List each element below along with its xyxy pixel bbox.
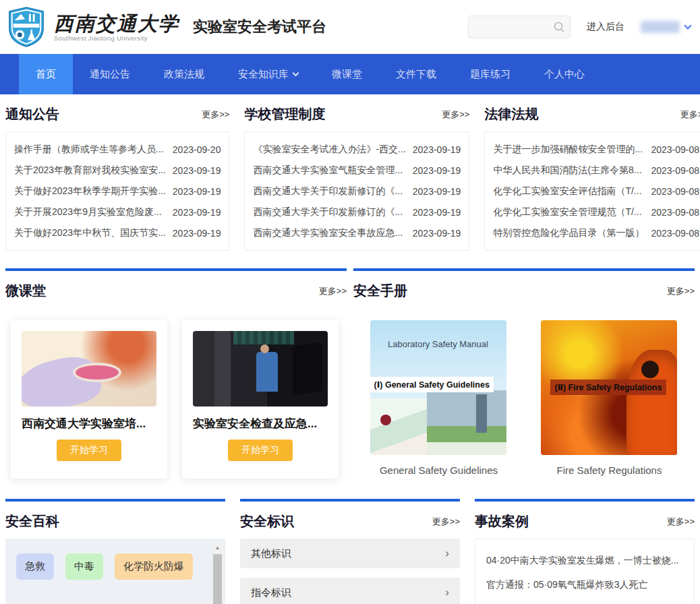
start-learning-button[interactable]: 开始学习: [57, 440, 121, 461]
notices-list: 操作手册（教师或学生等参考人员...2023-09-20 关于2023年教育部对…: [5, 131, 229, 251]
sign-category-mandatory[interactable]: 指令标识 ›: [240, 578, 460, 604]
accident-cases-more-link[interactable]: 更多>>: [667, 516, 695, 528]
notices-title: 通知公告: [5, 105, 59, 123]
list-item[interactable]: 04·20中南大学实验室发生爆燃，一博士被烧...: [486, 549, 683, 573]
notices-more-link[interactable]: 更多>>: [202, 109, 229, 121]
bottom-row: 安全百科 急救 中毒 化学防火防爆 ▲ 安全标识 更多>>: [5, 499, 695, 604]
manual-cover-general-safety: Laboratory Safety Manual (Ⅰ) General Saf…: [370, 320, 506, 455]
username-redacted: [641, 21, 680, 33]
page-title: 实验室安全考试平台: [193, 17, 326, 37]
safety-signs-more-link[interactable]: 更多>>: [432, 516, 460, 528]
list-item[interactable]: 关于2023年教育部对我校实验室安...2023-09-19: [14, 160, 221, 181]
scroll-up-arrow-icon[interactable]: ▲: [212, 542, 223, 551]
list-item[interactable]: 关于做好2023年秋季学期开学实验...2023-09-19: [14, 181, 221, 202]
vertical-scrollbar[interactable]: ▲: [212, 542, 223, 604]
notices-section: 通知公告 更多>> 操作手册（教师或学生等参考人员...2023-09-20 关…: [5, 94, 229, 251]
chevron-down-icon: [684, 22, 691, 29]
nav-item-downloads[interactable]: 文件下载: [379, 54, 453, 94]
nav-item-notices[interactable]: 通知公告: [73, 54, 147, 94]
start-learning-button[interactable]: 开始学习: [228, 440, 293, 461]
list-item[interactable]: 西南交通大学实验室安全事故应急...2023-09-19: [253, 222, 461, 243]
school-rules-more-link[interactable]: 更多>>: [442, 109, 469, 121]
scrollbar-thumb[interactable]: [213, 554, 222, 604]
university-logo-icon: [5, 6, 47, 48]
school-rules-list: 《实验室安全考试准入办法》-西交...2023-09-19 西南交通大学实验室气…: [244, 131, 469, 251]
course-thumbnail-petri-dish: [22, 331, 156, 406]
logo-group: 西南交通大学 Southwest Jiaotong University 实验室…: [5, 6, 326, 48]
admin-backend-link[interactable]: 进入后台: [587, 21, 624, 33]
encyclopedia-panel: 急救 中毒 化学防火防爆 ▲: [5, 539, 225, 604]
laws-title: 法律法规: [484, 105, 538, 123]
safety-signs-title: 安全标识: [240, 512, 294, 531]
accident-cases-list: 04·20中南大学实验室发生爆燃，一博士被烧... 官方通报：05·09氧气瓶爆…: [475, 539, 695, 604]
accident-cases-section: 事故案例 更多>> 04·20中南大学实验室发生爆燃，一博士被烧... 官方通报…: [475, 499, 695, 604]
search-icon[interactable]: [553, 21, 565, 33]
list-item[interactable]: 西南交通大学实验室气瓶安全管理...2023-09-19: [253, 160, 461, 181]
safety-manual-title: 安全手册: [353, 282, 407, 300]
encyclopedia-section: 安全百科 急救 中毒 化学防火防爆 ▲: [5, 499, 225, 604]
micro-class-more-link[interactable]: 更多>>: [319, 285, 347, 297]
safety-manual-section: 安全手册 更多>> Laboratory Safety Manual (Ⅰ) G…: [353, 268, 695, 479]
list-item[interactable]: 关于做好2023年中秋节、国庆节实...2023-09-19: [14, 222, 221, 243]
list-item[interactable]: 化学化工实验室安全评估指南（T/...2023-09-08: [493, 181, 699, 202]
sign-category-other[interactable]: 其他标识 ›: [240, 539, 460, 568]
course-title: 实验室安全检查及应急...: [193, 416, 328, 431]
manual-book[interactable]: Laboratory Safety Manual (Ⅰ) General Saf…: [370, 320, 508, 476]
list-item[interactable]: 关于开展2023年9月实验室危险废...2023-09-19: [14, 202, 221, 222]
list-item[interactable]: 特别管控危险化学品目录（第一版）2023-09-08: [493, 222, 699, 243]
accident-cases-title: 事故案例: [475, 512, 529, 531]
laws-more-link[interactable]: 更多>>: [680, 109, 700, 121]
main-nav: 首页 通知公告 政策法规 安全知识库 微课堂 文件下载 题库练习 个人中心: [0, 54, 700, 94]
safety-manual-more-link[interactable]: 更多>>: [667, 285, 695, 297]
list-item[interactable]: 操作手册（教师或学生等参考人员...2023-09-20: [14, 139, 221, 160]
manual-cover-fire-safety: (Ⅱ) Fire Safety Regulations: [541, 320, 677, 455]
school-rules-section: 学校管理制度 更多>> 《实验室安全考试准入办法》-西交...2023-09-1…: [244, 94, 469, 251]
list-item[interactable]: 中华人民共和国消防法(主席令第8...2023-09-08: [493, 160, 699, 181]
nav-item-knowledge-base[interactable]: 安全知识库: [221, 54, 315, 94]
list-item[interactable]: 关于进一步加强硝酸铵安全管理的...2023-09-08: [493, 139, 699, 160]
course-title: 西南交通大学实验室培...: [22, 416, 156, 431]
micro-class-title: 微课堂: [5, 282, 46, 300]
nav-item-personal-center[interactable]: 个人中心: [527, 54, 602, 94]
list-item[interactable]: 西南交通大学关于印发新修订的《...2023-09-19: [253, 202, 461, 222]
university-name-cn: 西南交通大学: [54, 13, 179, 34]
main-content: 通知公告 更多>> 操作手册（教师或学生等参考人员...2023-09-20 关…: [0, 94, 700, 604]
course-thumbnail-lab-inspection: [193, 331, 328, 406]
nav-item-policies[interactable]: 政策法规: [147, 54, 221, 94]
encyclopedia-title: 安全百科: [5, 512, 59, 531]
laws-section: 法律法规 更多>> 关于进一步加强硝酸铵安全管理的...2023-09-08 中…: [484, 94, 700, 251]
list-item[interactable]: 西南交通大学关于印发新修订的《...2023-09-19: [253, 181, 461, 202]
nav-item-home[interactable]: 首页: [19, 54, 73, 94]
nav-item-micro-class[interactable]: 微课堂: [315, 54, 379, 94]
micro-class-section: 微课堂 更多>> 西南交通大学实验室培... 开始学习 实验室安全检查及应急..…: [5, 268, 347, 479]
course-card[interactable]: 西南交通大学实验室培... 开始学习: [11, 320, 167, 479]
university-name-en: Southwest Jiaotong University: [54, 34, 179, 42]
list-item[interactable]: 《实验室安全考试准入办法》-西交...2023-09-19: [253, 139, 461, 160]
manual-caption: Fire Safety Regulations: [541, 464, 678, 476]
tag-chemical-fire[interactable]: 化学防火防爆: [115, 553, 193, 580]
tag-poisoning[interactable]: 中毒: [65, 553, 103, 580]
manual-caption: General Safety Guidelines: [370, 464, 508, 476]
course-card[interactable]: 实验室安全检查及应急... 开始学习: [182, 320, 339, 479]
list-item[interactable]: 官方通报：05·09氧气瓶爆炸致3人死亡: [486, 573, 683, 597]
laws-list: 关于进一步加强硝酸铵安全管理的...2023-09-08 中华人民共和国消防法(…: [484, 131, 700, 251]
nav-item-question-bank[interactable]: 题库练习: [453, 54, 527, 94]
tag-first-aid[interactable]: 急救: [16, 553, 54, 580]
list-item[interactable]: 化学化工实验室安全管理规范（T/...2023-09-08: [493, 202, 699, 222]
chevron-right-icon: ›: [445, 586, 449, 599]
middle-row: 微课堂 更多>> 西南交通大学实验室培... 开始学习 实验室安全检查及应急..…: [5, 268, 695, 479]
search-box: [468, 16, 571, 38]
school-rules-title: 学校管理制度: [244, 105, 325, 123]
chevron-right-icon: ›: [445, 547, 449, 560]
top-lists-row: 通知公告 更多>> 操作手册（教师或学生等参考人员...2023-09-20 关…: [5, 94, 695, 251]
chevron-down-icon: [293, 70, 299, 77]
site-header: 西南交通大学 Southwest Jiaotong University 实验室…: [0, 0, 700, 54]
safety-signs-section: 安全标识 更多>> 其他标识 › 指令标识 ›: [240, 499, 460, 604]
manual-book[interactable]: (Ⅱ) Fire Safety Regulations Fire Safety …: [541, 320, 678, 476]
user-menu[interactable]: [641, 21, 691, 33]
